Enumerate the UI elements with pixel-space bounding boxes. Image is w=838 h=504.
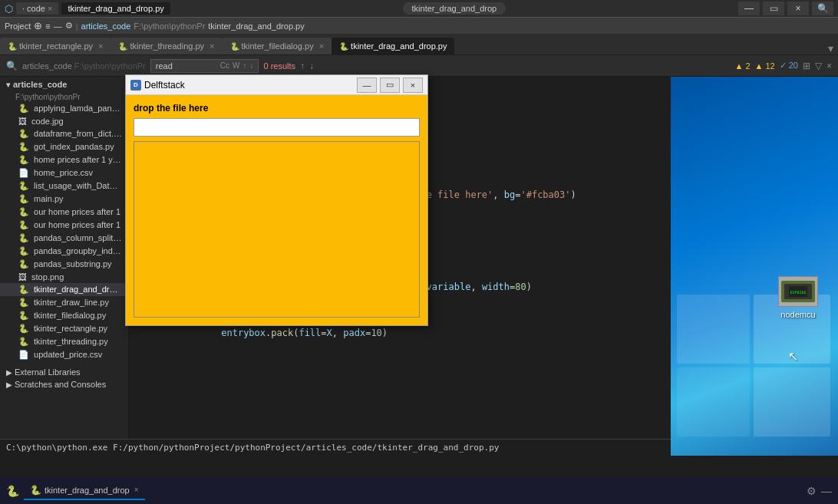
tab-rectangle-close[interactable]: × [98,41,103,51]
search-next[interactable]: ↓ [309,61,314,71]
win-btn-close[interactable]: × [787,2,809,15]
sidebar-collapse-icon[interactable]: ▾ [6,81,10,89]
file-label-list: list_usage_with_Datafra [34,181,124,190]
sidebar-item-tkthreading[interactable]: 🐍 tkinter_threading.py [0,335,128,348]
win-logo-br [754,367,830,436]
project-bar: Project ⊕ ≡ — ⚙ | articles_code F:\pytho… [0,17,838,34]
search-nav-down[interactable]: ↓ [249,61,253,70]
ext-lib-icon: ▶ [6,368,12,377]
search-icon-top[interactable]: 🔍 [812,2,833,15]
breadcrumb-sep: F:\python\pythonPr [134,21,205,31]
tkinter-title-icon: D [130,80,141,91]
sidebar-header-label: articles_code [22,61,72,71]
taskbar-close-dragdrop[interactable]: × [134,486,139,494]
scratch-label: Scratches and Consoles [15,380,106,389]
tkinter-close-btn[interactable]: × [403,77,423,93]
top-tab-dragdrop[interactable]: tkinter_drag_and_drop.py [61,2,170,15]
file-icon-updatedprice: 📄 [18,350,29,359]
top-title: tkinter_drag_and_drop [403,2,506,15]
sort-icon[interactable]: ⊞ [803,61,810,71]
sidebar-item-stop[interactable]: 🖼 stop.png [0,271,128,283]
sidebar-item-applying[interactable]: 🐍 applying_lamda_pandas.py [0,102,128,115]
top-tab-code-close[interactable]: × [48,4,52,13]
sidebar-item-our1[interactable]: 🐍 our home prices after 1 [0,206,128,219]
file-label-stop: stop.png [31,272,64,282]
file-label-got: got_index_pandas.py [34,142,114,151]
sidebar-header[interactable]: ▾ articles_code [0,77,128,92]
sidebar-item-pandas-sub[interactable]: 🐍 pandas_substring.py [0,258,128,271]
sidebar-item-our2[interactable]: 🐍 our home prices after 1 [0,219,128,232]
tab-filedialog[interactable]: 🐍 tkinter_filedialog.py × [223,38,332,54]
filter-icon[interactable]: ▽ [815,61,822,71]
sidebar-item-homeprice-csv[interactable]: 📄 home_price.csv [0,166,128,180]
desktop-icon-nodemcu[interactable]: ESP8266 nodemcu [778,276,818,319]
tab-threading[interactable]: 🐍 tkinter_threading.py × [111,38,222,54]
sidebar-item-got[interactable]: 🐍 got_index_pandas.py [0,140,128,153]
tab-rectangle-icon: 🐍 [8,42,17,51]
tkinter-entry[interactable] [134,118,420,137]
tkinter-minimize-btn[interactable]: — [357,77,377,93]
search-whole-word[interactable]: W [233,61,239,70]
list-icon[interactable]: ≡ [45,21,50,31]
tab-dragdrop[interactable]: 🐍 tkinter_drag_and_drop.py [332,38,454,54]
search-nav-up[interactable]: ↑ [242,61,246,70]
sidebar-item-pandas-col[interactable]: 🐍 pandas_column_split.py [0,232,128,245]
search-match-case[interactable]: Cc [220,61,229,70]
vscode-icon: ⬡ [5,3,13,15]
win-btn-minimize[interactable]: — [738,2,760,15]
search-input-box[interactable]: Cc W ↑ ↓ [150,59,259,73]
file-label-dataframe: dataframe_from_dict.py [34,129,123,138]
file-label-homeprice-csv: home_price.csv [34,168,93,177]
tkinter-titlebar[interactable]: D Delftstack — ▭ × [126,75,427,95]
win-logo-bl [677,367,750,436]
file-label-main: main.py [34,194,64,203]
search-input[interactable] [156,61,217,71]
tab-threading-close[interactable]: × [210,41,214,51]
sidebar-path: F:\python\pythonPr [0,92,128,102]
sidebar-item-tkdrawline[interactable]: 🐍 tkinter_draw_line.py [0,296,128,309]
sidebar-item-main[interactable]: 🐍 main.py [0,193,128,206]
tab-rectangle-label: tkinter_rectangle.py [19,41,93,51]
taskbar-item-dragdrop[interactable]: 🐍 tkinter_drag_and_drop × [24,482,145,500]
sidebar-item-list[interactable]: 🐍 list_usage_with_Datafra [0,180,128,193]
sidebar-item-updatedprice[interactable]: 📄 updated_price.csv [0,348,128,361]
tab-rectangle[interactable]: 🐍 tkinter_rectangle.py × [0,38,111,54]
project-label[interactable]: Project [5,21,31,31]
tab-dropdown-icon[interactable]: ▾ [823,42,838,54]
sidebar-item-tkrectangle[interactable]: 🐍 tkinter_rectangle.py [0,322,128,335]
taskbar-icon-dragdrop: 🐍 [30,485,41,496]
file-icon-code: 🖼 [18,117,27,126]
file-icon-pandas-sub: 🐍 [18,259,29,268]
split-icon[interactable]: — [54,21,62,31]
close-search[interactable]: × [826,61,832,71]
scratches-consoles[interactable]: ▶ Scratches and Consoles [0,378,128,390]
nodemcu-label: nodemcu [780,310,815,319]
top-tab-code[interactable]: · code × [16,2,58,15]
warnings-icon: ▲ 2 [734,61,750,71]
file-label-tkfiledialog: tkinter_filedialog.py [34,311,106,320]
file-icon-tkthreading: 🐍 [18,337,29,346]
sidebar-item-pandas-grp[interactable]: 🐍 pandas_groupby_index. [0,245,128,258]
external-libraries[interactable]: ▶ External Libraries [0,364,128,378]
tkinter-title-text: Delftstack [144,80,354,91]
taskbar-label-dragdrop: tkinter_drag_and_drop [45,486,130,495]
svg-text:ESP8266: ESP8266 [790,290,806,295]
scratch-icon: ▶ [6,380,12,389]
settings-icon[interactable]: ⚙ [65,21,73,31]
win-btn-restore[interactable]: ▭ [763,2,784,15]
sidebar-item-dataframe[interactable]: 🐍 dataframe_from_dict.py [0,127,128,140]
file-icon-got: 🐍 [18,142,29,151]
tkinter-maximize-btn[interactable]: ▭ [380,77,400,93]
sidebar-item-tkfiledialog[interactable]: 🐍 tkinter_filedialog.py [0,309,128,322]
file-label-tkdrawline: tkinter_draw_line.py [34,298,109,307]
add-icon[interactable]: ⊕ [34,20,42,31]
sidebar-item-tkdragdrop[interactable]: 🐍 tkinter_drag_and_drop.p [0,283,128,296]
tab-filedialog-close[interactable]: × [319,41,324,51]
sidebar-item-code[interactable]: 🖼 code.jpg [0,115,128,127]
sidebar-item-homeprices[interactable]: 🐍 home prices after 1 year [0,153,128,166]
tab-threading-icon: 🐍 [118,42,127,51]
search-prev[interactable]: ↑ [300,61,305,71]
minimize-panel-icon[interactable]: — [821,485,832,497]
gear-icon-terminal[interactable]: ⚙ [807,485,817,497]
file-icon-tkdrawline: 🐍 [18,298,29,307]
